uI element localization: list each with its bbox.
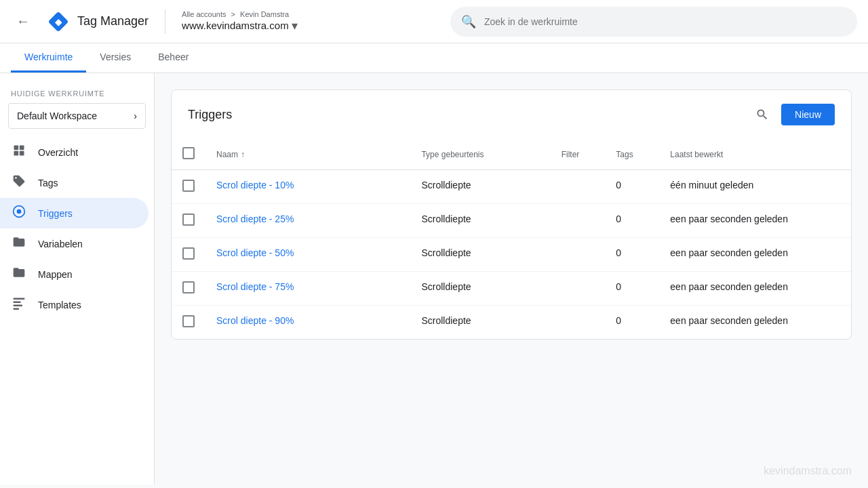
card-header: Triggers Nieuw [172,90,851,139]
header-divider [165,9,165,34]
trigger-name-link[interactable]: Scrol diepte - 10% [216,180,294,190]
row-type-cell: Scrolldiepte [410,170,550,204]
th-checkbox [172,139,205,170]
row-modified-cell: een paar seconden geleden [659,238,851,272]
row-type-cell: Scrolldiepte [410,272,550,306]
row-filter-cell [551,306,606,340]
templates-icon [11,296,27,313]
svg-rect-10 [14,302,21,304]
sidebar-item-variabelen[interactable]: Variabelen [0,228,149,259]
th-type: Type gebeurtenis [410,139,550,170]
workspace-button[interactable]: Default Workspace › [8,103,146,129]
row-checkbox-cell [172,238,205,272]
table-row: Scrol diepte - 90% Scrolldiepte 0 een pa… [172,306,851,340]
sidebar-item-label: Templates [38,300,81,310]
table-row: Scrol diepte - 50% Scrolldiepte 0 een pa… [172,238,851,272]
th-tags: Tags [605,139,659,170]
svg-rect-11 [14,305,22,307]
table-row: Scrol diepte - 10% Scrolldiepte 0 één mi… [172,170,851,204]
row-type-cell: Scrolldiepte [410,306,550,340]
breadcrumb: Alle accounts > Kevin Damstra [182,10,298,18]
row-tags-cell: 0 [605,204,659,238]
trigger-name-link[interactable]: Scrol diepte - 90% [216,315,294,326]
row-checkbox[interactable] [182,281,195,293]
mappen-icon [11,266,27,283]
page-title: Triggers [188,108,232,122]
row-name-cell: Scrol diepte - 50% [205,238,410,272]
svg-rect-2 [14,146,19,150]
row-name-cell: Scrol diepte - 90% [205,306,410,340]
search-icon: 🔍 [461,14,476,29]
logo-area: ◆ Tag Manager [46,9,149,34]
row-checkbox[interactable] [182,315,195,327]
row-checkbox-cell [172,170,205,204]
row-checkbox[interactable] [182,214,195,226]
svg-rect-5 [20,151,24,156]
footer-watermark: kevindamstra.com [764,465,852,477]
svg-text:◆: ◆ [54,17,62,26]
svg-rect-4 [14,151,19,156]
trigger-name-link[interactable]: Scrol diepte - 75% [216,281,294,292]
row-modified-cell: één minuut geleden [659,170,851,204]
row-name-cell: Scrol diepte - 10% [205,170,410,204]
sidebar: HUIDIGE WERKRUIMTE Default Workspace › O… [0,73,155,485]
row-checkbox-cell [172,272,205,306]
svg-point-6 [15,177,17,179]
svg-rect-9 [14,298,25,300]
nav-tabs: Werkruimte Versies Beheer [0,43,868,73]
row-modified-cell: een paar seconden geleden [659,306,851,340]
trigger-name-link[interactable]: Scrol diepte - 25% [216,214,294,224]
th-filter: Filter [551,139,606,170]
row-type-cell: Scrolldiepte [410,238,550,272]
back-button[interactable]: ← [11,9,35,34]
table-row: Scrol diepte - 75% Scrolldiepte 0 een pa… [172,272,851,306]
chevron-right-icon: › [134,110,137,121]
select-all-checkbox[interactable] [182,147,195,159]
table-header-row: Naam ↑ Type gebeurtenis Filter Tags Laat… [172,139,851,170]
card-actions: Nieuw [749,101,835,128]
gtm-logo: ◆ [46,9,71,34]
row-checkbox[interactable] [182,247,195,260]
sidebar-item-triggers[interactable]: Triggers [0,198,149,228]
triggers-card: Triggers Nieuw Na [171,89,852,340]
sidebar-item-label: Triggers [38,208,73,219]
sidebar-item-mappen[interactable]: Mappen [0,259,149,289]
sidebar-item-templates[interactable]: Templates [0,289,149,320]
row-checkbox[interactable] [182,180,195,192]
svg-rect-12 [14,308,19,310]
domain-selector[interactable]: www.kevindamstra.com ▾ [182,18,298,33]
row-tags-cell: 0 [605,170,659,204]
search-triggers-button[interactable] [749,101,776,128]
row-tags-cell: 0 [605,272,659,306]
tab-versies[interactable]: Versies [86,43,144,73]
triggers-table-body: Scrol diepte - 10% Scrolldiepte 0 één mi… [172,170,851,340]
triggers-table: Naam ↑ Type gebeurtenis Filter Tags Laat… [172,139,851,339]
app-header: ← ◆ Tag Manager Alle accounts > Kevin Da… [0,0,868,43]
tab-werkruimte[interactable]: Werkruimte [11,43,86,73]
row-modified-cell: een paar seconden geleden [659,272,851,306]
th-naam[interactable]: Naam ↑ [205,139,410,170]
search-bar: 🔍 [450,7,857,37]
tags-icon [11,174,27,191]
new-trigger-button[interactable]: Nieuw [781,104,835,125]
row-filter-cell [551,204,606,238]
overzicht-icon [11,144,27,161]
sidebar-item-tags[interactable]: Tags [0,167,149,198]
triggers-icon [11,205,27,222]
app-title: Tag Manager [77,14,149,28]
row-name-cell: Scrol diepte - 25% [205,204,410,238]
sidebar-item-label: Mappen [38,269,73,280]
sidebar-item-overzicht[interactable]: Overzicht [0,137,149,167]
chevron-down-icon: ▾ [292,18,298,33]
row-tags-cell: 0 [605,306,659,340]
back-icon: ← [16,14,30,29]
trigger-name-link[interactable]: Scrol diepte - 50% [216,247,294,258]
table-row: Scrol diepte - 25% Scrolldiepte 0 een pa… [172,204,851,238]
tab-beheer[interactable]: Beheer [144,43,202,73]
workspace-name: Default Workspace [17,110,97,121]
search-input[interactable] [484,16,846,27]
sidebar-section-label: HUIDIGE WERKRUIMTE [0,84,154,100]
row-type-cell: Scrolldiepte [410,204,550,238]
th-modified: Laatst bewerkt [659,139,851,170]
svg-point-8 [17,209,22,214]
